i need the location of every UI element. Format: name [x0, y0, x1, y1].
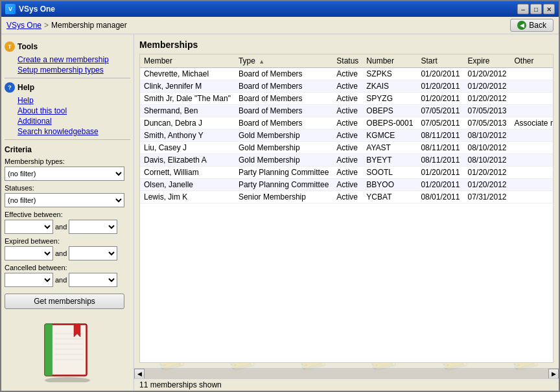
cell-type: Senior Membership	[235, 191, 332, 203]
help-label: Help	[18, 83, 34, 92]
table-body: Chevrette, MichaelBoard of MembersActive…	[140, 68, 554, 203]
cell-member: Lewis, Jim K	[140, 191, 235, 203]
col-header-expire[interactable]: Expire	[463, 54, 510, 68]
cancelled-to-select[interactable]	[69, 273, 117, 287]
cell-type: Gold Membership	[235, 142, 332, 154]
table-row[interactable]: Clink, Jennifer MBoard of MembersActiveZ…	[140, 80, 554, 93]
horizontal-scrollbar: ◀ ▶	[134, 368, 559, 378]
cell-type: Board of Members	[235, 80, 332, 93]
col-header-start[interactable]: Start	[417, 54, 463, 68]
cell-number: BYEYT	[362, 154, 417, 167]
main-window: V VSys One – □ ✕ VSys One > Membership m…	[0, 0, 560, 392]
col-header-status[interactable]: Status	[332, 54, 362, 68]
panel-title: Memberships	[139, 40, 554, 50]
sidebar-divider-2	[5, 139, 130, 140]
scroll-right-button[interactable]: ▶	[548, 369, 559, 379]
col-header-type[interactable]: Type ▲	[235, 54, 332, 68]
cell-start: 07/05/2011	[417, 105, 463, 117]
cell-status: Active	[332, 154, 362, 167]
create-membership-link[interactable]: Create a new membership	[5, 54, 130, 65]
cell-other	[511, 130, 554, 142]
effective-from-select[interactable]	[5, 220, 53, 234]
statuses-select[interactable]: (no filter)	[5, 193, 124, 207]
table-row[interactable]: Olsen, JanelleParty Planning CommitteeAc…	[140, 179, 554, 191]
cell-status: Active	[332, 80, 362, 93]
close-button[interactable]: ✕	[543, 4, 555, 14]
memberships-table-container[interactable]: Member Type ▲ Status Number Start Expire…	[139, 54, 554, 363]
cell-member: Clink, Jennifer M	[140, 80, 235, 93]
cell-expire: 07/31/2012	[463, 191, 510, 203]
cell-status: Active	[332, 191, 362, 203]
table-row[interactable]: Davis, Elizabeth AGold MembershipActiveB…	[140, 154, 554, 167]
memberships-table: Member Type ▲ Status Number Start Expire…	[140, 54, 554, 203]
col-header-member[interactable]: Member	[140, 54, 235, 68]
cell-member: Shermand, Ben	[140, 105, 235, 117]
table-row[interactable]: Smith, Anthony YGold MembershipActiveKGM…	[140, 130, 554, 142]
table-row[interactable]: Shermand, BenBoard of MembersActiveOBEPS…	[140, 105, 554, 117]
cell-other	[511, 105, 554, 117]
criteria-title: Criteria	[5, 145, 130, 154]
cell-number: OBEPS-0001	[362, 117, 417, 130]
help-link[interactable]: Help	[5, 95, 130, 106]
cell-status: Active	[332, 105, 362, 117]
maximize-button[interactable]: □	[530, 4, 542, 14]
cell-start: 08/01/2011	[417, 191, 463, 203]
table-row[interactable]: Liu, Casey JGold MembershipActiveAYAST08…	[140, 142, 554, 154]
cell-expire: 08/10/2012	[463, 142, 510, 154]
effective-to-select[interactable]	[69, 220, 117, 234]
table-row[interactable]: Lewis, Jim KSenior MembershipActiveYCBAT…	[140, 191, 554, 203]
search-knowledgebase-link[interactable]: Search knowledgebase	[5, 126, 130, 137]
title-buttons: – □ ✕	[517, 4, 555, 14]
membership-types-label: Membership types:	[5, 157, 130, 165]
table-row[interactable]: Smith Jr, Dale "The Man"Board of Members…	[140, 93, 554, 105]
about-link[interactable]: About this tool	[5, 106, 130, 116]
cell-number: KGMCE	[362, 130, 417, 142]
cell-start: 08/11/2011	[417, 154, 463, 167]
statuses-label: Statuses:	[5, 184, 130, 192]
membership-types-select[interactable]: (no filter)	[5, 167, 124, 181]
cell-type: Board of Members	[235, 117, 332, 130]
cell-number: BBYOO	[362, 179, 417, 191]
tools-section-header: T Tools	[5, 41, 130, 52]
sort-arrow-type: ▲	[259, 58, 264, 65]
cell-expire: 01/20/2012	[463, 93, 510, 105]
minimize-button[interactable]: –	[517, 4, 529, 14]
breadcrumb-home[interactable]: VSys One	[6, 21, 41, 30]
window-title: VSys One	[19, 5, 55, 14]
scroll-left-button[interactable]: ◀	[134, 369, 145, 379]
cancelled-from-select[interactable]	[5, 273, 53, 287]
cell-expire: 01/20/2012	[463, 167, 510, 179]
status-count: 11 memberships shown	[139, 380, 222, 389]
scrollbar-track[interactable]	[145, 369, 548, 379]
cell-status: Active	[332, 117, 362, 130]
tools-icon: T	[5, 41, 15, 52]
cell-type: Board of Members	[235, 93, 332, 105]
cell-type: Board of Members	[235, 68, 332, 80]
cell-other	[511, 142, 554, 154]
cancelled-and: and	[55, 276, 67, 284]
cancelled-between-range: and	[5, 273, 130, 287]
cell-number: YCBAT	[362, 191, 417, 203]
cell-other: Associate membership	[511, 117, 554, 130]
cell-other	[511, 80, 554, 93]
cell-start: 01/20/2011	[417, 93, 463, 105]
additional-link[interactable]: Additional	[5, 116, 130, 126]
cell-member: Smith Jr, Dale "The Man"	[140, 93, 235, 105]
cell-other	[511, 93, 554, 105]
col-header-other[interactable]: Other	[511, 54, 554, 68]
nav-bar: VSys One > Membership manager ◀ Back	[1, 17, 559, 34]
cell-start: 08/11/2011	[417, 130, 463, 142]
expired-to-select[interactable]	[69, 246, 117, 260]
expired-from-select[interactable]	[5, 246, 53, 260]
get-memberships-button[interactable]: Get memberships	[5, 294, 124, 309]
setup-types-link[interactable]: Setup membership types	[5, 65, 130, 75]
table-header-row: Member Type ▲ Status Number Start Expire…	[140, 54, 554, 68]
help-icon: ?	[5, 82, 15, 93]
table-row[interactable]: Cornett, WilliamParty Planning Committee…	[140, 167, 554, 179]
sidebar-divider-1	[5, 78, 130, 78]
col-header-number[interactable]: Number	[362, 54, 417, 68]
cell-expire: 01/20/2012	[463, 179, 510, 191]
back-button[interactable]: ◀ Back	[510, 19, 554, 32]
table-row[interactable]: Chevrette, MichaelBoard of MembersActive…	[140, 68, 554, 80]
table-row[interactable]: Duncan, Debra JBoard of MembersActiveOBE…	[140, 117, 554, 130]
